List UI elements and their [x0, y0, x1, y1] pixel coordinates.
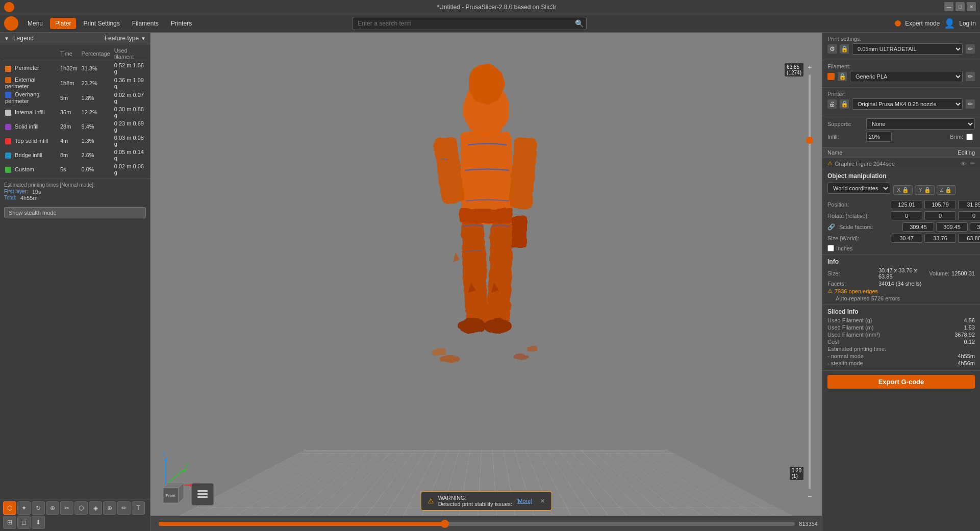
legend-header: ▼ Legend Feature type ▼	[0, 33, 150, 44]
zoom-up-button[interactable]: +	[808, 63, 812, 71]
expert-mode-label[interactable]: Expert mode	[905, 20, 940, 27]
tool-mesh[interactable]: ⬡	[74, 501, 88, 515]
feature-table-row: Overhang perimeter 5m 1.8% 0.02 m 0.07 g	[3, 90, 147, 105]
brim-checkbox[interactable]	[966, 134, 973, 140]
layer-progress-fill	[159, 522, 445, 526]
feature-table-container: Time Percentage Used filament Perimeter …	[0, 44, 150, 179]
rotate-y-input[interactable]	[924, 211, 956, 220]
printer-icon: 🖨	[827, 99, 837, 109]
tab-printers[interactable]: Printers	[166, 18, 197, 29]
warning-more-link[interactable]: [More]	[516, 498, 532, 504]
tool-select[interactable]: ⬡	[3, 501, 16, 515]
filament-select[interactable]: Generic PLA	[850, 71, 963, 82]
zoom-slider: 63.85(1274) + − 0.20(1)	[806, 63, 814, 500]
layer-progress-handle[interactable]	[441, 520, 449, 528]
infill-input[interactable]	[866, 132, 892, 142]
obj-visibility-button[interactable]: 👁	[961, 161, 966, 167]
scale-y-input[interactable]	[936, 222, 968, 232]
position-y-input[interactable]	[924, 200, 956, 209]
z-lock-btn[interactable]: Z 🔒	[937, 185, 956, 195]
estimated-label: Estimated printing times [Normal mode]:	[4, 182, 146, 188]
menubar: Menu Plater Print Settings Filaments Pri…	[0, 14, 980, 33]
rotate-z-input[interactable]	[958, 211, 980, 220]
menu-dropdown-button[interactable]: Menu	[22, 18, 48, 29]
feature-name-label: Bridge infill	[15, 152, 42, 158]
close-button[interactable]: ✕	[967, 2, 976, 11]
position-x-input[interactable]	[891, 200, 922, 209]
position-z-input[interactable]	[958, 200, 980, 209]
info-size-row: Size: 30.47 x 33.76 x 63.88 Volume: 1250…	[827, 267, 975, 280]
viewport-bottom-bar: 813354	[150, 516, 822, 531]
search-icon[interactable]: 🔍	[575, 19, 584, 28]
3d-model	[389, 58, 583, 415]
object-list-header: Name Editing	[822, 147, 980, 158]
svg-rect-6	[487, 221, 514, 323]
first-layer-value: 19s	[32, 189, 41, 195]
tool-hollowing[interactable]: ◻	[17, 516, 31, 529]
feature-table-row: Perimeter 1h32m 31.3% 0.52 m 1.56 g	[3, 61, 147, 76]
maximize-button[interactable]: □	[956, 2, 965, 11]
size-x-input[interactable]	[891, 234, 922, 243]
legend-dropdown[interactable]: Feature type ▼	[105, 35, 146, 42]
view-cube[interactable]: Front	[161, 480, 186, 505]
coord-system-select[interactable]: World coordinates	[827, 183, 890, 194]
tool-seam[interactable]: ◈	[89, 501, 102, 515]
minimize-button[interactable]: —	[944, 2, 953, 11]
zoom-down-button[interactable]: −	[808, 492, 812, 500]
inches-checkbox[interactable]	[827, 245, 834, 251]
feature-name-label: Perimeter	[15, 65, 39, 71]
layer-view-button[interactable]	[191, 483, 214, 505]
tab-print-settings[interactable]: Print Settings	[78, 18, 124, 29]
print-settings-section: Print settings: ⚙ 🔒 0.05mm ULTRADETAIL ✏	[822, 33, 980, 60]
size-z-input[interactable]	[958, 234, 980, 243]
size-y-input[interactable]	[924, 234, 956, 243]
rotate-x-input[interactable]	[891, 211, 922, 220]
feature-name-label: Internal infill	[15, 109, 45, 115]
zoom-track[interactable]	[809, 74, 811, 489]
zoom-handle[interactable]	[806, 137, 813, 144]
tool-move[interactable]: ✦	[17, 501, 31, 515]
warning-icon: ⚠	[428, 497, 434, 505]
printer-label: Printer:	[827, 91, 975, 97]
warning-close-button[interactable]: ✕	[540, 498, 545, 504]
tool-paint[interactable]: ✏	[117, 501, 131, 515]
tool-text[interactable]: T	[132, 501, 145, 515]
obj-col-name: Name	[827, 149, 934, 156]
app-logo	[4, 16, 18, 31]
export-gcode-button[interactable]: Export G-code	[827, 375, 975, 389]
x-lock-btn[interactable]: X 🔒	[893, 185, 913, 195]
svg-rect-14	[527, 346, 537, 351]
tool-rotate[interactable]: ↻	[32, 501, 45, 515]
print-settings-label: Print settings:	[827, 36, 975, 42]
print-profile-select[interactable]: 0.05mm ULTRADETAIL	[852, 43, 963, 55]
first-layer-label: First layer:	[4, 189, 28, 195]
svg-point-9	[458, 318, 486, 334]
tab-plater[interactable]: Plater	[50, 18, 76, 29]
scale-x-input[interactable]	[902, 222, 934, 232]
obj-edit-button[interactable]: ✏	[970, 160, 975, 167]
tool-layers[interactable]: ⬇	[32, 516, 45, 529]
print-profile-edit-icon[interactable]: ✏	[966, 44, 975, 54]
tool-support[interactable]: ⊕	[103, 501, 116, 515]
stealth-mode-button[interactable]: Show stealth mode	[4, 207, 146, 218]
feature-color-swatch	[5, 153, 11, 159]
filament-edit-icon[interactable]: ✏	[966, 72, 975, 81]
y-lock-btn[interactable]: Y 🔒	[915, 185, 934, 195]
supports-select[interactable]: None	[866, 118, 975, 130]
stealth-mode-key: - stealth mode	[827, 360, 958, 366]
right-panel: Print settings: ⚙ 🔒 0.05mm ULTRADETAIL ✏…	[822, 33, 980, 531]
svg-rect-8	[512, 216, 527, 247]
size-label: Size [World]:	[827, 235, 889, 241]
tool-cut[interactable]: ✂	[60, 501, 73, 515]
scale-z-input[interactable]	[970, 222, 980, 232]
login-button[interactable]: Log in	[959, 20, 976, 27]
feature-pct-cell: 9.4%	[80, 119, 112, 134]
tab-filaments[interactable]: Filaments	[127, 18, 164, 29]
printer-select[interactable]: Original Prusa MK4 0.25 nozzle	[852, 98, 963, 110]
layer-progress-bar[interactable]	[159, 522, 795, 526]
printer-edit-icon[interactable]: ✏	[966, 99, 975, 109]
legend-dropdown-arrow[interactable]: ▼	[141, 36, 146, 41]
tool-fdm[interactable]: ⊞	[3, 516, 16, 529]
tool-scale[interactable]: ⊕	[46, 501, 59, 515]
search-input[interactable]	[352, 17, 587, 30]
